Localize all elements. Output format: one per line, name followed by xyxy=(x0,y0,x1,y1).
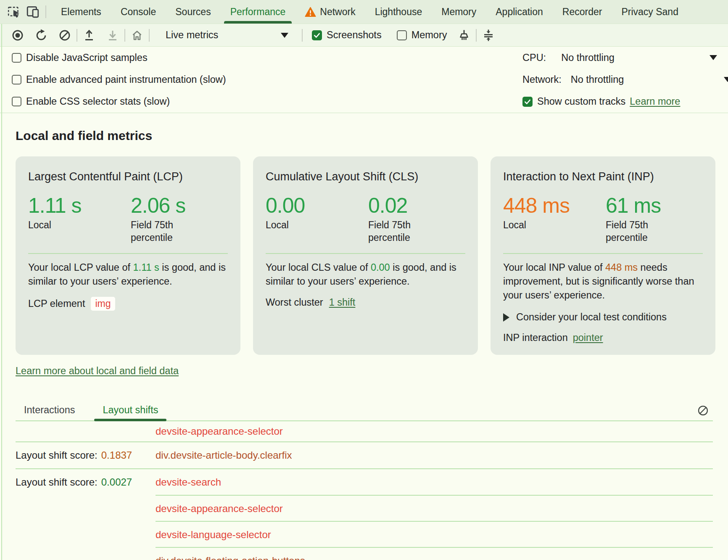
css-selector-stats-checkbox[interactable] xyxy=(12,97,21,106)
inp-card: Interaction to Next Paint (INP) 448 ms L… xyxy=(491,156,715,355)
toolbar-separator xyxy=(476,29,477,42)
shifted-node-link[interactable]: devsite-appearance-selector xyxy=(156,503,283,515)
layout-shift-row: Layout shift score:0.1837div.devsite-art… xyxy=(16,441,713,468)
tab-application[interactable]: Application xyxy=(486,0,553,24)
capture-settings-panel: Disable JavaScript samples Enable advanc… xyxy=(0,47,728,113)
inp-local-value: 448 ms xyxy=(503,194,606,217)
advanced-paint-row[interactable]: Enable advanced paint instrumentation (s… xyxy=(12,69,226,90)
logs-tabs: InteractionsLayout shifts xyxy=(16,399,713,421)
save-profile-button[interactable] xyxy=(106,29,119,42)
cls-inline-value: 0.00 xyxy=(371,262,390,273)
clear-log-icon xyxy=(697,404,709,417)
network-throttling-value[interactable]: No throttling xyxy=(571,74,624,85)
history-dropdown[interactable]: Live metrics xyxy=(160,29,297,41)
css-selector-stats-row[interactable]: Enable CSS selector stats (slow) xyxy=(12,91,226,113)
back-to-live-metrics-button[interactable] xyxy=(130,29,144,42)
cls-card: Cumulative Layout Shift (CLS) 0.00 Local… xyxy=(253,156,478,355)
memory-toggle[interactable]: Memory xyxy=(397,29,447,41)
active-tab-underline xyxy=(224,21,292,24)
tab-performance[interactable]: Performance xyxy=(221,0,295,24)
tab-lighthouse[interactable]: Lighthouse xyxy=(365,0,432,24)
layout-shift-row: devsite-language-selector xyxy=(16,521,713,547)
history-dropdown-value: Live metrics xyxy=(166,29,218,41)
toolbar-separator xyxy=(149,29,150,42)
cpu-throttling-row[interactable]: CPU: No throttling xyxy=(522,47,728,69)
advanced-paint-label: Enable advanced paint instrumentation (s… xyxy=(26,74,226,85)
tab-network[interactable]: Network xyxy=(295,0,365,24)
shifted-node-cell: div.devsite-floating-action-buttons xyxy=(156,547,713,560)
inp-field-label: Field 75th percentile xyxy=(606,219,681,244)
memory-label: Memory xyxy=(411,29,447,41)
download-icon xyxy=(106,29,119,42)
clear-icon xyxy=(58,29,71,42)
clear-recordings-button[interactable] xyxy=(58,29,71,42)
logs-tab-layout-shifts[interactable]: Layout shifts xyxy=(94,399,166,420)
network-throttling-row[interactable]: Network: No throttling xyxy=(522,69,728,90)
tab-console[interactable]: Console xyxy=(111,0,166,24)
device-toolbar-icon xyxy=(26,5,40,19)
shifted-node-link[interactable]: div.devsite-article-body.clearfix xyxy=(156,449,292,461)
advanced-paint-checkbox[interactable] xyxy=(12,75,21,85)
tab-privacy-sand[interactable]: Privacy Sand xyxy=(612,0,688,24)
clear-log-button[interactable] xyxy=(696,404,710,417)
logs-tab-interactions[interactable]: Interactions xyxy=(16,399,83,420)
worst-cluster-link[interactable]: 1 shift xyxy=(329,297,356,308)
custom-tracks-checkbox[interactable] xyxy=(522,97,533,107)
check-icon xyxy=(524,98,531,106)
toolbar-separator xyxy=(302,29,303,42)
inp-local-label: Local xyxy=(503,219,579,231)
tab-label: Recorder xyxy=(562,6,602,18)
chevron-down-icon xyxy=(724,77,728,82)
shifted-node-link[interactable]: devsite-language-selector xyxy=(156,529,271,541)
home-icon xyxy=(130,28,144,42)
reload-and-record-button[interactable] xyxy=(34,29,48,42)
layout-shift-row: div.devsite-floating-action-buttons xyxy=(16,547,713,560)
inp-interaction-link[interactable]: pointer xyxy=(573,332,603,343)
record-button[interactable] xyxy=(11,29,24,42)
shortcuts-dialog-button[interactable] xyxy=(482,29,495,42)
tab-memory[interactable]: Memory xyxy=(432,0,486,24)
lcp-description: Your local LCP value of 1.11 s is good, … xyxy=(28,261,228,288)
device-toolbar-button[interactable] xyxy=(25,4,40,19)
cpu-throttling-value[interactable]: No throttling xyxy=(561,52,615,63)
chevron-down-icon xyxy=(710,55,717,60)
warning-icon xyxy=(305,6,316,18)
shifted-node-cell: devsite-search xyxy=(156,469,713,495)
tab-elements[interactable]: Elements xyxy=(51,0,111,24)
worst-cluster-label: Worst cluster xyxy=(266,297,323,308)
lcp-element-node-chip[interactable]: img xyxy=(91,297,115,311)
shifted-node-link[interactable]: div.devsite-floating-action-buttons xyxy=(156,555,305,560)
shifted-node-link[interactable]: devsite-appearance-selector xyxy=(156,425,283,437)
custom-tracks-learn-more-link[interactable]: Learn more xyxy=(630,96,680,107)
tab-sources[interactable]: Sources xyxy=(166,0,220,24)
upload-icon xyxy=(82,29,96,42)
consider-local-test-conditions-expander[interactable]: Consider your local test conditions xyxy=(503,312,703,323)
toolbar-separator xyxy=(124,29,125,42)
toolbar-separator xyxy=(45,5,46,18)
metric-cards: Largest Contentful Paint (LCP) 1.11 s Lo… xyxy=(16,156,715,355)
screenshots-toggle[interactable]: Screenshots xyxy=(312,29,382,41)
disable-js-samples-row[interactable]: Disable JavaScript samples xyxy=(12,47,226,69)
load-profile-button[interactable] xyxy=(82,29,96,42)
cls-local-label: Local xyxy=(266,219,341,231)
disable-js-samples-checkbox[interactable] xyxy=(12,53,21,63)
shifted-node-link[interactable]: devsite-search xyxy=(156,476,221,488)
check-icon xyxy=(313,32,321,39)
network-throttling-label: Network: xyxy=(522,74,562,85)
layout-shift-row: devsite-appearance-selector xyxy=(16,421,713,441)
collect-garbage-button[interactable] xyxy=(457,29,471,42)
cls-field-label: Field 75th percentile xyxy=(368,219,444,244)
inspect-element-button[interactable] xyxy=(7,4,22,19)
memory-checkbox[interactable] xyxy=(397,30,407,40)
learn-more-local-field-link[interactable]: Learn more about local and field data xyxy=(16,365,179,377)
shifted-node-cell: devsite-appearance-selector xyxy=(156,421,713,441)
custom-tracks-row[interactable]: Show custom tracks Learn more xyxy=(522,91,728,113)
layout-shift-row: devsite-appearance-selector xyxy=(16,495,713,521)
collapse-arrows-icon xyxy=(482,29,495,42)
lcp-field-value: 2.06 s xyxy=(131,194,228,217)
lcp-local-value: 1.11 s xyxy=(28,194,131,217)
tab-recorder[interactable]: Recorder xyxy=(553,0,612,24)
screenshots-checkbox[interactable] xyxy=(312,30,322,40)
panel-tabs: ElementsConsoleSourcesPerformanceNetwork… xyxy=(51,0,688,24)
card-divider xyxy=(266,253,465,254)
